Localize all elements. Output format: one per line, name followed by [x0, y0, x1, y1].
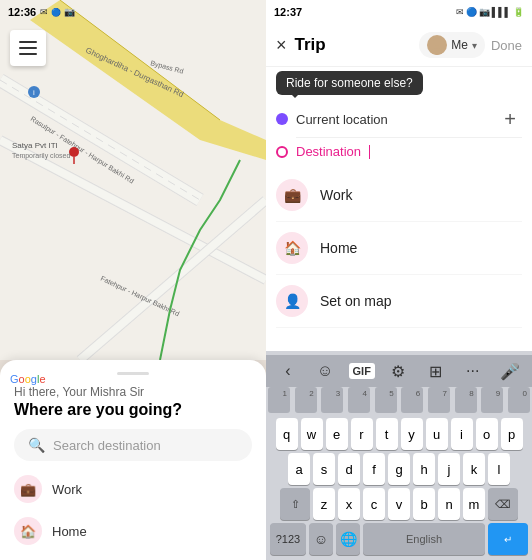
destination-input-row[interactable]: Destination: [276, 138, 522, 165]
keyboard-sticker-button[interactable]: ☺: [311, 359, 339, 383]
keyboard-gif-button[interactable]: GIF: [349, 363, 375, 379]
quick-links-left: 💼 Work 🏠 Home: [14, 471, 252, 549]
svg-point-20: [430, 48, 444, 55]
num-key-4[interactable]: 4: [348, 387, 370, 413]
quick-link-home[interactable]: 🏠 Home: [14, 513, 252, 549]
key-r[interactable]: r: [351, 418, 373, 450]
key-f[interactable]: f: [363, 453, 385, 485]
key-b[interactable]: b: [413, 488, 435, 520]
num-key-5[interactable]: 5: [375, 387, 397, 413]
key-l[interactable]: l: [488, 453, 510, 485]
num-key-2[interactable]: 2: [295, 387, 317, 413]
quick-link-work[interactable]: 💼 Work: [14, 471, 252, 507]
keyboard-number-row: 1 2 3 4 5 6 7 8 9 0: [266, 387, 532, 413]
add-stop-button[interactable]: +: [498, 107, 522, 131]
work-label: Work: [52, 482, 82, 497]
keyboard-rows: q w e r t y u i o p a s d f g h j k: [266, 416, 532, 560]
key-v[interactable]: v: [388, 488, 410, 520]
key-u[interactable]: u: [426, 418, 448, 450]
destination-dot: [276, 146, 288, 158]
svg-point-19: [433, 38, 441, 46]
num-sym-key[interactable]: ?123: [270, 523, 306, 555]
num-key-6[interactable]: 6: [401, 387, 423, 413]
google-logo: Google: [10, 373, 46, 385]
key-j[interactable]: j: [438, 453, 460, 485]
trip-header: × Trip Me ▾ Done: [266, 24, 532, 67]
space-key[interactable]: English: [363, 523, 485, 555]
work-option-label: Work: [320, 187, 352, 203]
map-option-icon: 👤: [276, 285, 308, 317]
trip-title: Trip: [295, 35, 414, 55]
status-icons-right: ✉ 🔵 📷 ▌▌▌ 🔋: [456, 7, 524, 17]
key-x[interactable]: x: [338, 488, 360, 520]
key-h[interactable]: h: [413, 453, 435, 485]
left-panel: Ghoghardiha - Durgasthan Rd Rasulpur - F…: [0, 0, 266, 560]
greeting-text: Hi there, Your Mishra Sir: [14, 385, 252, 399]
keyboard-toolbar: ‹ ☺ GIF ⚙ ⊞ ··· 🎤: [266, 355, 532, 387]
work-icon: 💼: [14, 475, 42, 503]
key-s[interactable]: s: [313, 453, 335, 485]
svg-text:Temporarily closed: Temporarily closed: [12, 152, 70, 160]
shift-key[interactable]: ⇧: [280, 488, 310, 520]
me-badge[interactable]: Me ▾: [419, 32, 485, 58]
num-key-8[interactable]: 8: [455, 387, 477, 413]
key-i[interactable]: i: [451, 418, 473, 450]
where-going-text: Where are you going?: [14, 401, 252, 419]
key-n[interactable]: n: [438, 488, 460, 520]
keyboard-more-button[interactable]: ···: [459, 359, 487, 383]
option-work[interactable]: 💼 Work: [276, 169, 522, 222]
num-key-1[interactable]: 1: [268, 387, 290, 413]
option-home[interactable]: 🏠 Home: [276, 222, 522, 275]
svg-text:Satya Pvt ITI: Satya Pvt ITI: [12, 141, 58, 150]
key-z[interactable]: z: [313, 488, 335, 520]
bottom-card-left: Hi there, Your Mishra Sir Where are you …: [0, 360, 266, 560]
key-e[interactable]: e: [326, 418, 348, 450]
keyboard-extra-button[interactable]: ⊞: [421, 359, 449, 383]
text-cursor: [369, 145, 370, 159]
option-set-on-map[interactable]: 👤 Set on map: [276, 275, 522, 328]
start-value: Current location: [296, 112, 490, 127]
start-dot: [276, 113, 288, 125]
key-t[interactable]: t: [376, 418, 398, 450]
search-bar[interactable]: 🔍 Search destination: [14, 429, 252, 461]
key-w[interactable]: w: [301, 418, 323, 450]
tooltip-container: Ride for someone else?: [266, 67, 532, 95]
menu-button[interactable]: [10, 30, 46, 66]
hamburger-icon: [19, 41, 37, 55]
num-key-3[interactable]: 3: [321, 387, 343, 413]
search-icon: 🔍: [28, 437, 45, 453]
num-key-0[interactable]: 0: [508, 387, 530, 413]
keyboard-back-button[interactable]: ‹: [274, 359, 302, 383]
backspace-key[interactable]: ⌫: [488, 488, 518, 520]
keyboard-row-1: q w e r t y u i o p: [270, 418, 528, 450]
key-d[interactable]: d: [338, 453, 360, 485]
num-key-7[interactable]: 7: [428, 387, 450, 413]
key-a[interactable]: a: [288, 453, 310, 485]
key-o[interactable]: o: [476, 418, 498, 450]
num-key-9[interactable]: 9: [481, 387, 503, 413]
key-c[interactable]: c: [363, 488, 385, 520]
set-on-map-label: Set on map: [320, 293, 392, 309]
inputs-area: Current location + Destination: [266, 95, 532, 165]
key-p[interactable]: p: [501, 418, 523, 450]
return-key[interactable]: ↵: [488, 523, 528, 555]
close-button[interactable]: ×: [276, 35, 287, 56]
keyboard-row-3: ⇧ z x c v b n m ⌫: [270, 488, 528, 520]
emoji-key[interactable]: ☺: [309, 523, 333, 555]
keyboard-mic-button[interactable]: 🎤: [496, 359, 524, 383]
keyboard[interactable]: ‹ ☺ GIF ⚙ ⊞ ··· 🎤 1 2 3 4 5 6 7 8 9 0 q …: [266, 351, 532, 560]
key-g[interactable]: g: [388, 453, 410, 485]
done-button[interactable]: Done: [491, 38, 522, 53]
keyboard-row-2: a s d f g h j k l: [270, 453, 528, 485]
search-placeholder: Search destination: [53, 438, 161, 453]
home-label: Home: [52, 524, 87, 539]
keyboard-row-4: ?123 ☺ 🌐 English ↵: [270, 523, 528, 555]
key-k[interactable]: k: [463, 453, 485, 485]
status-bar-right: 12:37 ✉ 🔵 📷 ▌▌▌ 🔋: [266, 0, 532, 24]
globe-key[interactable]: 🌐: [336, 523, 360, 555]
avatar: [427, 35, 447, 55]
key-m[interactable]: m: [463, 488, 485, 520]
key-y[interactable]: y: [401, 418, 423, 450]
keyboard-settings-button[interactable]: ⚙: [384, 359, 412, 383]
key-q[interactable]: q: [276, 418, 298, 450]
